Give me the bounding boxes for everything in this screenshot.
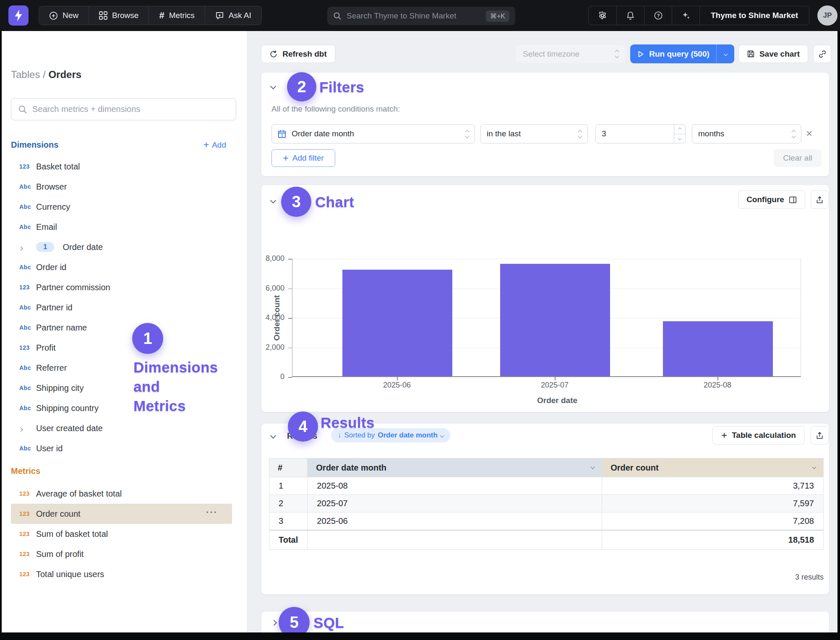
sidebar-item-partner-commission[interactable]: 123Partner commission [11,277,232,297]
string-field-icon: Abc [19,224,36,230]
nav-item-browse[interactable]: Browse [89,6,149,25]
chevron-right-icon[interactable] [19,424,36,433]
sidebar-item-profit[interactable]: 123Profit [11,338,232,358]
plus-icon: + [721,429,727,441]
search-icon [18,105,27,114]
global-search[interactable]: ⌘+K [327,7,515,25]
string-field-icon: Abc [19,385,36,391]
table-row[interactable]: 32025-067,208 [269,513,824,530]
user-avatar[interactable]: JP [817,5,837,26]
field-label: Total unique users [36,570,104,579]
bar-2025-06[interactable] [342,270,452,376]
field-label: Referrer [36,363,67,373]
field-label: Order id [36,263,66,272]
save-chart-button[interactable]: Save chart [738,45,808,63]
configure-chart-button[interactable]: Configure [738,190,805,209]
sort-arrow-icon: ↓ [338,431,342,440]
stepper-up-button[interactable] [674,125,685,134]
number-stepper[interactable] [674,125,685,143]
column-header-month[interactable]: Order date month [308,458,602,477]
string-field-icon: Abc [19,203,36,210]
bar-chart-plot [292,259,801,377]
app-logo[interactable] [8,5,29,26]
filter-field-select[interactable]: 1 Order date month [271,124,475,143]
nav-item-metrics[interactable]: # Metrics [149,6,204,25]
annotation-label-5: SQL [313,614,344,631]
filter-operator-select[interactable]: in the last [480,124,588,143]
y-axis-tick: 4,000 [243,313,284,322]
field-label: Average of basket total [36,489,122,499]
sidebar-item-browser[interactable]: AbcBrowser [11,177,232,197]
chat-sparkle-icon [215,11,224,20]
global-search-input[interactable] [347,11,481,21]
table-calculation-button[interactable]: + Table calculation [712,426,805,445]
sidebar-item-basket-total[interactable]: 123Basket total [11,156,232,177]
sidebar-item-user-created-date[interactable]: User created date [11,418,232,438]
sidebar-item-order-id[interactable]: AbcOrder id [11,257,232,277]
run-query-options-button[interactable] [716,44,734,63]
filter-unit-select[interactable]: months [692,124,801,143]
bar-2025-08[interactable] [663,321,773,376]
sidebar-item-average-of-basket-total[interactable]: 123Average of basket total [11,484,232,504]
ai-assistant-button[interactable] [672,6,699,25]
chevron-right-icon[interactable] [19,242,36,252]
notifications-button[interactable] [616,6,644,25]
field-label: Order date [63,242,103,252]
refresh-dbt-button[interactable]: Refresh dbt [261,45,335,63]
plus-icon: + [283,153,288,164]
stepper-down-button[interactable] [674,134,685,143]
field-label: Sum of basket total [36,529,108,539]
annotation-circle-1: 1 [132,323,163,354]
expand-sql-chevron[interactable] [271,620,277,626]
fields-search[interactable] [11,98,236,120]
export-chart-button[interactable] [811,190,829,209]
annotation-circle-3: 3 [281,187,311,217]
sidebar-item-sum-of-profit[interactable]: 123Sum of profit [11,544,232,564]
field-label: Email [36,222,57,232]
field-label: Shipping country [36,403,99,413]
export-results-button[interactable] [811,426,829,445]
sidebar-item-order-count[interactable]: 123Order count··· [11,504,232,524]
column-header-count[interactable]: Order count [602,458,824,477]
sidebar-item-sum-of-basket-total[interactable]: 123Sum of basket total [11,524,232,544]
field-menu-button[interactable]: ··· [206,507,218,518]
number-field-icon: 123 [19,510,36,517]
filter-value-input[interactable]: 3 [595,124,686,143]
sparkles-icon [681,11,691,20]
sidebar-item-partner-id[interactable]: AbcPartner id [11,297,232,317]
x-axis-tick: 2025-06 [363,381,430,390]
collapse-results-chevron[interactable] [270,433,276,439]
run-query-button[interactable]: Run query (500) [630,44,734,63]
sidebar-item-email[interactable]: AbcEmail [11,217,232,237]
table-total-row: Total18,518 [269,530,824,550]
add-filter-button[interactable]: + Add filter [271,149,335,167]
sidebar-item-currency[interactable]: AbcCurrency [11,197,232,217]
settings-button[interactable] [589,6,616,25]
play-icon [637,50,644,58]
sidebar-item-order-date[interactable]: 1Order date [11,237,232,257]
timezone-select[interactable]: Select timezone [516,45,625,63]
collapse-chart-chevron[interactable] [270,198,276,203]
bar-2025-07[interactable] [500,264,610,376]
sidebar-item-partner-name[interactable]: AbcPartner name [11,317,232,338]
table-row[interactable]: 12025-083,713 [269,477,824,495]
x-axis-label: Order date [515,396,599,405]
help-button[interactable]: ? [644,6,672,25]
remove-filter-button[interactable]: × [806,128,812,139]
string-field-icon: Abc [19,304,36,311]
table-row[interactable]: 22025-077,597 [269,495,824,513]
share-link-button[interactable] [813,45,831,63]
nav-item-new[interactable]: New [39,6,89,25]
breadcrumb-tables[interactable]: Tables [11,69,40,80]
nav-item-ask-ai[interactable]: Ask AI [205,6,261,25]
add-dimension-button[interactable]: + Add [203,139,226,151]
collapse-filters-chevron[interactable] [270,83,276,89]
fields-search-input[interactable] [32,104,229,114]
organization-name[interactable]: Thyme to Shine Market [699,6,809,25]
export-icon [816,432,824,440]
clear-all-filters-button[interactable]: Clear all [774,149,822,167]
field-label: Basket total [36,162,80,172]
field-label: Partner id [36,303,73,312]
sidebar-item-user-id[interactable]: AbcUser id [11,438,232,458]
sidebar-item-total-unique-users[interactable]: 123Total unique users [11,564,232,584]
